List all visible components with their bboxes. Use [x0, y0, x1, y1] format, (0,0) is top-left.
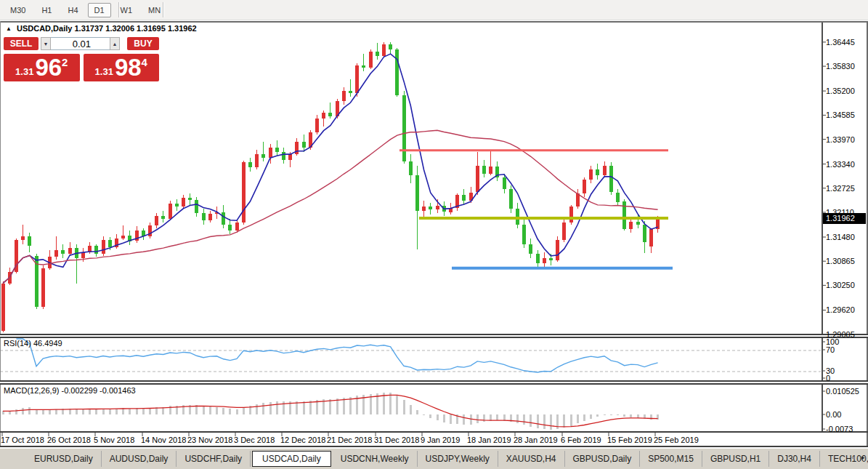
symbol-label: USDCAD,Daily: [17, 24, 72, 33]
period-button-h4[interactable]: H4: [61, 3, 84, 17]
date-tick-label: 15 Feb 2019: [607, 436, 652, 444]
sell-price-small: 1.31: [15, 66, 33, 77]
price-tick-label: 1.33970: [826, 135, 867, 144]
date-tick-label: 25 Feb 2019: [654, 436, 699, 444]
chart-tab-eurusd[interactable]: EURUSD,Daily: [26, 451, 102, 467]
rsi-label: RSI(14) 46.4949: [4, 339, 62, 348]
buy-price-small: 1.31: [95, 66, 113, 77]
price-tick-label: 1.30865: [826, 257, 867, 265]
mt4-terminal: M30H1H4D1W1MN ▲ USDCAD,Daily 1.31737 1.3…: [0, 0, 868, 469]
date-tick-label: 14 Nov 2018: [141, 436, 186, 444]
buy-button[interactable]: BUY: [127, 37, 159, 50]
date-tick-label: 17 Oct 2018: [1, 436, 44, 444]
date-tick-label: 9 Jan 2019: [421, 436, 460, 444]
price-tick-label: 1.33340: [826, 160, 867, 169]
chart-tab-usdchf[interactable]: USDCHF,Daily: [177, 451, 251, 467]
tab-scroll-right-icon[interactable]: ▸: [861, 454, 865, 461]
macd-level-label: -0.0073: [826, 425, 867, 433]
buy-price-sup: 4: [142, 56, 147, 68]
chart-tab-gbpusd[interactable]: GBPUSD,H1: [702, 451, 769, 467]
volume-increase-button[interactable]: ▲: [110, 37, 120, 50]
rsi-level-label: 70: [826, 345, 867, 354]
chart-tab-usdcad[interactable]: USDCAD,Daily: [252, 451, 331, 467]
chart-tab-gbpusd[interactable]: GBPUSD,Daily: [565, 451, 641, 467]
macd-panel-separator[interactable]: [0, 380, 868, 385]
rsi-panel-separator[interactable]: [0, 334, 868, 338]
price-tick-label: 1.34585: [826, 111, 867, 119]
period-button-d1[interactable]: D1: [88, 3, 111, 17]
macd-label: MACD(12,26,9) -0.002299 -0.001463: [4, 386, 136, 395]
date-tick-label: 28 Jan 2019: [514, 436, 558, 444]
chart-tab-audusd[interactable]: AUDUSD,Daily: [102, 451, 177, 467]
one-click-trading-panel: SELL ▼ 0.01 ▲ BUY 1.31 96 2 1.31 98 4: [4, 37, 159, 81]
window-bottom-border: [0, 446, 868, 447]
period-button-h1[interactable]: H1: [35, 3, 58, 17]
sell-price-button[interactable]: 1.31 96 2: [4, 54, 80, 81]
date-axis-separator: [0, 431, 868, 433]
rsi-level-label: 0: [826, 374, 867, 382]
chart-tab-dj30[interactable]: DJ30,H4: [769, 451, 820, 467]
rsi-pane[interactable]: [1, 339, 822, 380]
toolbar-separator: [163, 2, 164, 17]
current-price-box: 1.31962: [823, 213, 866, 224]
tab-scroll-left-icon[interactable]: ◂: [851, 454, 855, 461]
date-tick-label: 26 Oct 2018: [47, 436, 91, 444]
volume-decrease-button[interactable]: ▼: [41, 37, 51, 50]
price-axis-border: [822, 23, 823, 431]
date-tick-label: 6 Feb 2019: [561, 436, 601, 444]
buy-price-big: 98: [115, 55, 142, 80]
period-button-w1[interactable]: W1: [114, 3, 139, 17]
price-tick-label: 1.35200: [826, 87, 867, 95]
macd-level-label: 0.00: [826, 410, 867, 419]
period-button-m30[interactable]: M30: [4, 3, 32, 17]
date-tick-label: 31 Dec 2018: [374, 436, 419, 444]
timeframe-toolbar: M30H1H4D1W1MN: [0, 0, 868, 20]
ohlc-values: 1.31737 1.32006 1.31695 1.31962: [74, 24, 196, 33]
price-tick-label: 1.30250: [826, 281, 867, 289]
chart-tab-sp500[interactable]: SP500,M15: [640, 451, 702, 467]
date-tick-label: 3 Dec 2018: [234, 436, 275, 444]
buy-price-button[interactable]: 1.31 98 4: [84, 54, 160, 81]
sell-price-sup: 2: [62, 56, 68, 68]
price-tick-label: 1.36445: [826, 38, 867, 47]
price-tick-label: 1.32725: [826, 184, 867, 193]
collapse-panel-icon[interactable]: ▲: [6, 25, 12, 32]
chart-title: ▲ USDCAD,Daily 1.31737 1.32006 1.31695 1…: [6, 24, 197, 33]
date-tick-label: 12 Dec 2018: [280, 436, 325, 444]
window-top-border: [0, 21, 868, 23]
chart-tab-usdjpy[interactable]: USDJPY,Weekly: [418, 451, 498, 467]
chart-tab-usdcnh[interactable]: USDCNH,Weekly: [333, 451, 418, 467]
chart-tab-bar: EURUSD,DailyAUDUSD,DailyUSDCHF,DailyUSDC…: [0, 448, 868, 469]
toolbar-separator: [118, 2, 120, 17]
date-tick-label: 5 Nov 2018: [94, 436, 134, 444]
date-tick-label: 18 Jan 2019: [467, 436, 511, 444]
period-buttons: M30H1H4D1W1MN: [4, 3, 170, 17]
volume-input[interactable]: 0.01: [51, 37, 110, 50]
price-tick-label: 1.29620: [826, 305, 867, 314]
price-tick-label: 1.31480: [826, 233, 867, 241]
sell-price-big: 96: [35, 55, 62, 80]
price-tick-label: 1.35830: [826, 62, 867, 71]
macd-level-label: 0.010525: [826, 387, 867, 396]
date-tick-label: 23 Nov 2018: [187, 436, 232, 444]
date-tick-label: 21 Dec 2018: [327, 436, 372, 444]
chart-tabs: EURUSD,DailyAUDUSD,DailyUSDCHF,DailyUSDC…: [26, 451, 868, 467]
chart-tab-xauusd[interactable]: XAUUSD,H4: [498, 451, 565, 467]
sell-button[interactable]: SELL: [4, 37, 38, 50]
